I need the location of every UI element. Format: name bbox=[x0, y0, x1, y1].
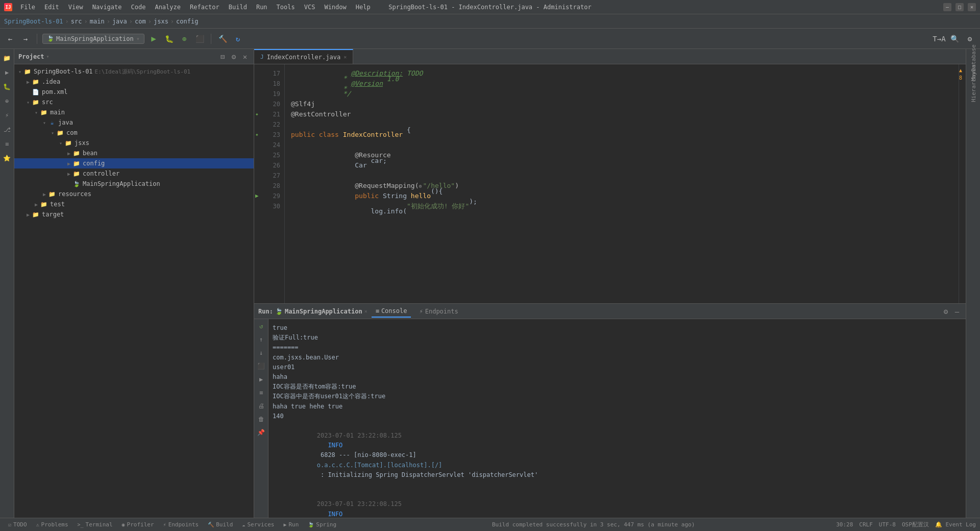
stop-run-button[interactable]: ⬛ bbox=[256, 361, 266, 371]
rerun-button[interactable]: ↺ bbox=[256, 321, 266, 331]
maximize-button[interactable]: □ bbox=[955, 3, 964, 11]
sidebar-endpoints-icon[interactable]: ⚡ bbox=[2, 110, 12, 120]
toolbar-back[interactable]: ← bbox=[4, 33, 16, 45]
search-everywhere[interactable]: 🔍 bbox=[948, 33, 961, 45]
run-button[interactable]: ▶ bbox=[148, 33, 160, 45]
breadcrumb-jsxs[interactable]: jsxs bbox=[154, 18, 168, 25]
tree-item-controller[interactable]: ▶ 📁 controller bbox=[14, 168, 254, 179]
tab-todo[interactable]: ☑ TODO bbox=[4, 520, 31, 529]
tree-item-main-spring[interactable]: ▶ 🍃 MainSpringApplication bbox=[14, 179, 254, 189]
tree-item-resources[interactable]: ▶ 📁 resources bbox=[14, 189, 254, 199]
tab-run[interactable]: ▶ Run bbox=[279, 520, 303, 529]
sidebar-git-icon[interactable]: ⎇ bbox=[2, 125, 12, 135]
tab-terminal[interactable]: >_ Terminal bbox=[74, 520, 117, 529]
menu-build[interactable]: Build bbox=[225, 3, 251, 12]
encoding: UTF-8 bbox=[879, 521, 896, 528]
run-config-icon[interactable]: ▶ bbox=[256, 374, 266, 384]
settings-icon[interactable]: ⚙ bbox=[941, 307, 950, 316]
settings-button[interactable]: ⚙ bbox=[964, 33, 976, 45]
breadcrumb-java[interactable]: java bbox=[112, 18, 127, 25]
tree-item-com[interactable]: ▾ 📁 com bbox=[14, 128, 254, 138]
close-panel-button[interactable]: ✕ bbox=[240, 52, 250, 61]
tree-item-bean[interactable]: ▶ 📁 bean bbox=[14, 148, 254, 158]
scroll-down-button[interactable]: ↓ bbox=[256, 348, 266, 358]
editor-tab-indexcontroller[interactable]: J IndexController.java ✕ bbox=[254, 49, 353, 64]
scroll-to-end-button[interactable]: ≡ bbox=[256, 388, 266, 398]
print-button[interactable]: 🖨 bbox=[256, 401, 266, 411]
menu-vcs[interactable]: VCS bbox=[300, 3, 320, 12]
menu-code[interactable]: Code bbox=[127, 3, 150, 12]
tab-endpoints[interactable]: ⚡ Endpoints bbox=[159, 520, 203, 529]
run-tab-console[interactable]: ≡ Console bbox=[372, 305, 411, 318]
toolbar-forward[interactable]: → bbox=[19, 33, 32, 45]
menu-refactor[interactable]: Refactor bbox=[186, 3, 224, 12]
tree-item-main[interactable]: ▾ 📁 main bbox=[14, 107, 254, 117]
tree-item-target[interactable]: ▶ 📁 target bbox=[14, 209, 254, 220]
menu-analyze[interactable]: Analyze bbox=[151, 3, 185, 12]
collapse-all-button[interactable]: ⊟ bbox=[218, 52, 227, 61]
line-27: 27 bbox=[254, 171, 284, 181]
sidebar-structure-icon[interactable]: ≡ bbox=[2, 139, 12, 149]
run-tab-close[interactable]: ✕ bbox=[364, 308, 368, 314]
run-with-coverage[interactable]: ⊕ bbox=[178, 33, 190, 45]
file-tree: ▾ 📁 SpringBoot-ls-01 E:\Ideal源码\SpringBo… bbox=[14, 64, 254, 518]
menu-file[interactable]: File bbox=[16, 3, 39, 12]
tab-profiler[interactable]: ◉ Profiler bbox=[118, 520, 158, 529]
menu-edit[interactable]: Edit bbox=[40, 3, 63, 12]
menu-view[interactable]: View bbox=[64, 3, 87, 12]
menu-navigate[interactable]: Navigate bbox=[88, 3, 126, 12]
menu-tools[interactable]: Tools bbox=[273, 3, 299, 12]
tree-item-root[interactable]: ▾ 📁 SpringBoot-ls-01 E:\Ideal源码\SpringBo… bbox=[14, 66, 254, 77]
tab-problems[interactable]: ⚠ Problems bbox=[32, 520, 72, 529]
debug-button[interactable]: 🐛 bbox=[163, 33, 175, 45]
menu-run[interactable]: Run bbox=[252, 3, 272, 12]
tree-item-pom[interactable]: ▶ 📄 pom.xml bbox=[14, 87, 254, 97]
sync-button[interactable]: ↻ bbox=[232, 33, 244, 45]
sidebar-debug-icon[interactable]: 🐛 bbox=[2, 82, 12, 92]
menu-help[interactable]: Help bbox=[352, 3, 375, 12]
translate-button[interactable]: T→A bbox=[933, 33, 945, 45]
minimize-button[interactable]: — bbox=[943, 3, 951, 11]
tree-item-test[interactable]: ▶ 📁 test bbox=[14, 199, 254, 209]
todo-icon: ☑ bbox=[8, 522, 11, 527]
breadcrumb-src[interactable]: src bbox=[71, 18, 82, 25]
console-output[interactable]: true 验证Full:true ======= com.jsxs.bean.U… bbox=[268, 319, 966, 518]
sidebar-hierarchy-icon[interactable]: Hierarchy bbox=[968, 82, 978, 92]
build-button[interactable]: 🔨 bbox=[216, 33, 229, 45]
tree-item-idea[interactable]: ▶ 📁 .idea bbox=[14, 77, 254, 87]
tree-item-config[interactable]: ▶ 📁 config bbox=[14, 158, 254, 168]
clear-console-button[interactable]: 🗑 bbox=[256, 414, 266, 424]
breadcrumb-project[interactable]: SpringBoot-ls-01 bbox=[4, 18, 63, 25]
tab-close-icon[interactable]: ✕ bbox=[344, 54, 347, 60]
tree-item-java[interactable]: ▾ ☕ java bbox=[14, 117, 254, 128]
sidebar-coverage-icon[interactable]: ⊕ bbox=[2, 96, 12, 106]
close-button[interactable]: ✕ bbox=[968, 3, 976, 11]
code-line-24 bbox=[291, 140, 952, 150]
sidebar-database-icon[interactable]: Database bbox=[968, 53, 978, 63]
menu-window[interactable]: Window bbox=[320, 3, 350, 12]
collapse-run-panel-button[interactable]: — bbox=[952, 307, 962, 316]
tree-item-src[interactable]: ▾ 📁 src bbox=[14, 97, 254, 107]
scroll-up-button[interactable]: ↑ bbox=[256, 334, 266, 345]
sidebar-project-icon[interactable]: 📁 bbox=[2, 53, 12, 63]
tab-spring[interactable]: 🍃 Spring bbox=[304, 520, 340, 529]
show-options-button[interactable]: ⚙ bbox=[229, 52, 238, 61]
run-config-dropdown[interactable]: 🍃 MainSpringApplication ▾ bbox=[42, 34, 144, 44]
code-content[interactable]: * @Description: TODO * @Version 1.0 */ @… bbox=[285, 64, 959, 303]
sidebar-run-icon[interactable]: ▶ bbox=[2, 67, 12, 78]
tab-services[interactable]: ☁ Services bbox=[238, 520, 278, 529]
sidebar-favorites-icon[interactable]: ⭐ bbox=[2, 153, 12, 163]
stop-button[interactable]: ⬛ bbox=[193, 33, 206, 45]
pin-button[interactable]: 📌 bbox=[256, 427, 266, 438]
code-area[interactable]: 17 18 19 20 ✦ 21 22 ✦ 23 24 25 26 bbox=[254, 64, 966, 303]
code-line-28: @RequestMapping(⊕"/hello") bbox=[291, 181, 952, 191]
breadcrumb-config[interactable]: config bbox=[176, 18, 198, 25]
breadcrumb-com[interactable]: com bbox=[135, 18, 146, 25]
event-log[interactable]: 🔔 Event Log bbox=[935, 521, 976, 528]
project-panel: Project ▾ ⊟ ⚙ ✕ ▾ 📁 SpringBoot-ls-01 E:\… bbox=[14, 49, 254, 518]
breadcrumb-main[interactable]: main bbox=[90, 18, 105, 25]
tree-item-jsxs[interactable]: ▾ 📁 jsxs bbox=[14, 138, 254, 148]
run-panel-actions: ⚙ — bbox=[941, 307, 962, 316]
run-tab-endpoints[interactable]: ⚡ Endpoints bbox=[415, 306, 462, 317]
tab-build[interactable]: 🔨 Build bbox=[204, 520, 237, 529]
